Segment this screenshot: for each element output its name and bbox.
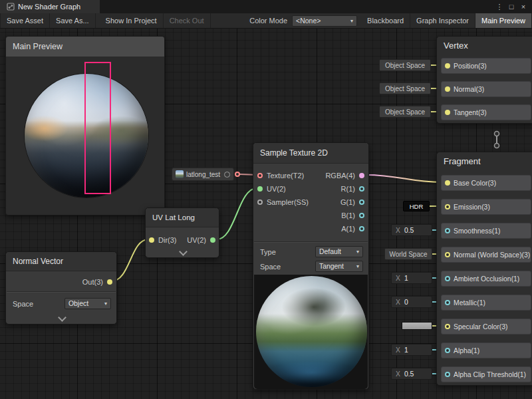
binding-pill-normal-space[interactable]: Object Space [379,82,431,94]
sample-texture-preview [254,275,368,389]
texture-asset-output-port[interactable] [235,172,240,177]
port-rgba-icon[interactable] [359,173,364,178]
main-preview-button[interactable]: Main Preview [475,13,532,28]
input-dir[interactable]: Dir(3) [149,233,177,247]
window-controls: ⋮ □ × [495,0,532,13]
type-dropdown[interactable]: Default [315,246,363,257]
type-property-label: Type [260,245,276,259]
space-dropdown[interactable]: Tangent [315,261,363,272]
port-sampler-icon[interactable] [257,200,263,205]
port-uv-out-icon[interactable] [210,237,215,243]
input-sampler[interactable]: Sampler(SS) [257,196,309,209]
texture-thumbnail [176,170,184,178]
port-ambient-occlusion-icon[interactable] [445,276,450,281]
main-preview-header[interactable]: Main Preview [6,37,164,57]
emission-hdr-badge[interactable]: HDR [403,201,430,211]
binding-pill-world-space[interactable]: World Space [384,248,432,260]
space-property-label: Space [13,297,33,311]
title-bar: New Shader Graph ⋮ □ × [0,0,532,13]
normal-space-dropdown[interactable]: Object [65,298,111,309]
block-ambient-occlusion[interactable]: Ambient Occlusion(1) [441,271,531,287]
maximize-icon[interactable]: □ [507,3,516,11]
sample-texture-node-title[interactable]: Sample Texture 2D [253,143,368,164]
binding-pill-tangent-space[interactable]: Object Space [379,106,431,118]
color-mode-dropdown[interactable]: <None> [292,15,357,27]
block-base-color[interactable]: Base Color(3) [441,175,531,191]
binding-pill-position-space[interactable]: Object Space [379,59,431,71]
specular-color-swatch[interactable] [402,322,432,330]
uv-lat-long-title[interactable]: UV Lat Long [146,208,219,227]
node-divider [7,291,116,293]
port-r-icon[interactable] [359,186,364,192]
vertex-node-title[interactable]: Vertex [437,37,532,55]
port-b-icon[interactable] [359,213,364,218]
port-specular-color-icon[interactable] [445,324,450,329]
port-position-icon[interactable] [445,63,450,68]
port-texture-icon[interactable] [257,173,263,178]
normal-vector-node[interactable]: Normal Vector Out(3) Space Object [5,251,117,325]
color-mode-value: <None> [296,17,321,25]
block-normal-ws[interactable]: Normal (World Space)(3) [441,247,531,263]
alpha-clip-field[interactable]: X 0.5 [391,368,432,380]
block-position[interactable]: Position(3) [441,58,531,74]
output-g[interactable]: G(1) [340,196,364,209]
block-tangent[interactable]: Tangent(3) [441,104,531,120]
output-out[interactable]: Out(3) [82,275,112,289]
blackboard-button[interactable]: Blackboard [361,13,410,28]
output-a[interactable]: A(1) [341,222,364,235]
port-dir-icon[interactable] [149,237,154,243]
port-g-icon[interactable] [359,200,364,205]
collapse-chevron-icon[interactable] [179,249,187,255]
check-out-button[interactable]: Check Out [164,13,211,28]
block-metallic[interactable]: Metallic(1) [441,295,531,311]
normal-vector-title[interactable]: Normal Vector [6,252,116,271]
save-asset-button[interactable]: Save Asset [0,13,50,28]
smoothness-field[interactable]: X 0.5 [391,224,432,236]
block-smoothness[interactable]: Smoothness(1) [441,223,531,239]
menu-kebab-icon[interactable]: ⋮ [495,3,504,11]
port-smoothness-icon[interactable] [445,228,450,233]
port-base-color-icon[interactable] [445,180,450,186]
port-a-icon[interactable] [359,226,364,231]
block-normal[interactable]: Normal(3) [441,81,531,97]
alpha-field[interactable]: X 1 [391,344,432,356]
port-emission-icon[interactable] [445,204,450,209]
port-alpha-icon[interactable] [445,348,450,353]
tab-new-shader-graph[interactable]: New Shader Graph [0,0,100,13]
sample-texture-preview-sphere [256,276,367,387]
output-rgba[interactable]: RGBA(4) [325,169,364,182]
port-tangent-icon[interactable] [445,110,450,115]
preview-toggle-icon[interactable] [224,172,230,178]
ambient-occlusion-field[interactable]: X 1 [391,272,432,284]
block-alpha[interactable]: Alpha(1) [441,342,531,358]
port-uv-in-icon[interactable] [257,186,263,192]
block-specular-color[interactable]: Specular Color(3) [441,319,531,334]
space-property-label: Space [260,260,281,273]
texture-asset-node[interactable]: latlong_test [172,168,234,181]
save-as-button[interactable]: Save As... [50,13,96,28]
vertex-node[interactable]: Vertex Position(3) Normal(3) Tangent(3) [436,36,532,124]
fragment-node[interactable]: Fragment Base Color(3) Emission(3) Smoot… [436,152,532,386]
port-alpha-clip-icon[interactable] [445,372,450,377]
output-r[interactable]: R(1) [341,182,364,196]
close-icon[interactable]: × [519,3,528,11]
port-out-icon[interactable] [107,279,112,285]
output-uv[interactable]: UV(2) [187,233,215,247]
block-emission[interactable]: Emission(3) [441,199,531,215]
toolbar: Save Asset Save As... Show In Project Ch… [0,13,532,29]
block-alpha-clip[interactable]: Alpha Clip Threshold(1) [441,366,531,382]
metallic-field[interactable]: X 0 [391,296,432,308]
input-uv[interactable]: UV(2) [257,182,286,196]
fragment-node-title[interactable]: Fragment [437,152,532,171]
uv-lat-long-node[interactable]: UV Lat Long Dir(3) UV(2) [145,207,219,258]
port-metallic-icon[interactable] [445,300,450,305]
input-texture[interactable]: Texture(T2) [257,169,304,182]
port-normal-ws-icon[interactable] [445,252,450,257]
collapse-chevron-icon[interactable] [58,315,66,321]
sample-texture-2d-node[interactable]: Sample Texture 2D Texture(T2) UV(2) Samp… [253,142,369,390]
output-b[interactable]: B(1) [341,209,364,222]
color-mode-label: Color Mode [245,17,292,25]
graph-inspector-button[interactable]: Graph Inspector [410,13,475,28]
port-normal-icon[interactable] [445,86,450,92]
show-in-project-button[interactable]: Show In Project [100,13,164,28]
